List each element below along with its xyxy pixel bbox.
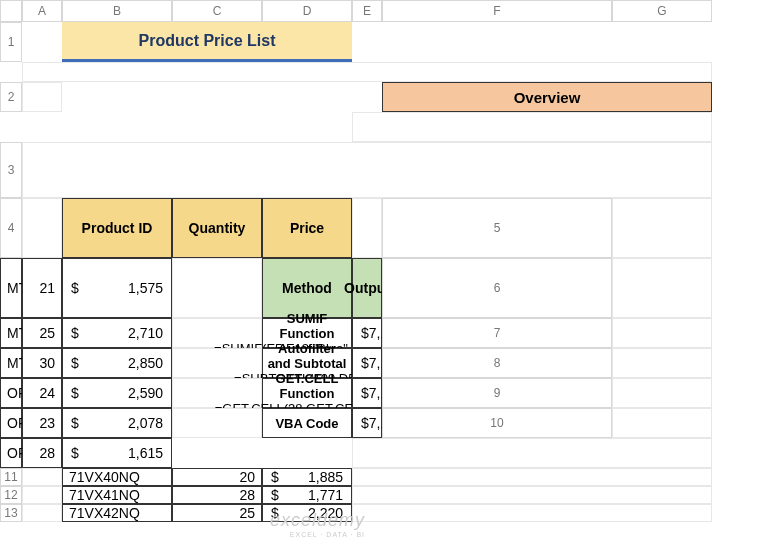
col-header[interactable]: F [382, 0, 612, 22]
row-header[interactable]: 12 [0, 486, 22, 504]
cell[interactable] [22, 142, 712, 198]
product-price[interactable]: $2,220 [262, 504, 352, 522]
row-header[interactable]: 7 [382, 318, 612, 348]
method-name: Autofilter and Subtotal [267, 341, 347, 371]
cell[interactable] [352, 504, 712, 522]
col-header[interactable]: B [62, 0, 172, 22]
row-header[interactable]: 2 [0, 82, 22, 112]
cell[interactable] [352, 112, 712, 142]
price-value: 1,575 [128, 280, 163, 296]
currency-symbol: $ [361, 415, 369, 431]
product-id[interactable]: MTT104GL [0, 348, 22, 378]
col-header[interactable]: D [262, 0, 352, 22]
product-qty[interactable]: 28 [172, 486, 262, 504]
row-header[interactable]: 13 [0, 504, 22, 522]
overview-output[interactable]: $7,135 [352, 408, 382, 438]
row-header[interactable]: 1 [0, 22, 22, 62]
cell[interactable] [612, 348, 712, 378]
row-header[interactable]: 4 [0, 198, 22, 258]
product-price[interactable]: $2,710 [62, 318, 172, 348]
cell[interactable] [612, 258, 712, 318]
row-header[interactable]: 8 [382, 348, 612, 378]
currency-symbol: $ [361, 355, 369, 371]
product-id[interactable]: OP666NPP [0, 438, 22, 468]
price-value: 1,885 [308, 469, 343, 485]
cell[interactable] [612, 318, 712, 348]
col-header[interactable]: C [172, 0, 262, 22]
cell[interactable] [172, 258, 262, 318]
currency-symbol: $ [71, 280, 79, 296]
product-price[interactable]: $1,615 [62, 438, 172, 468]
product-price[interactable]: $1,771 [262, 486, 352, 504]
currency-symbol: $ [271, 469, 279, 485]
overview-method[interactable]: GET.CELL Function=GET.CELL(38,GET.CELL!$… [262, 378, 352, 408]
product-price[interactable]: $1,885 [262, 468, 352, 486]
currency-symbol: $ [361, 385, 369, 401]
cell[interactable] [352, 486, 712, 504]
col-header[interactable]: G [612, 0, 712, 22]
cell[interactable] [172, 408, 262, 438]
product-qty[interactable]: 20 [172, 468, 262, 486]
row-header[interactable]: 10 [382, 408, 612, 438]
cell[interactable] [612, 378, 712, 408]
product-id[interactable]: OP522NPP [0, 378, 22, 408]
cell[interactable] [22, 62, 712, 82]
overview-header-method: Method [262, 258, 352, 318]
overview-output[interactable]: $7,135 [352, 318, 382, 348]
price-value: 2,590 [128, 385, 163, 401]
table-header-qty: Quantity [172, 198, 262, 258]
price-value: 2,220 [308, 505, 343, 521]
product-price[interactable]: $2,590 [62, 378, 172, 408]
row-header[interactable]: 9 [382, 378, 612, 408]
product-id[interactable]: 71VX42NQ [62, 504, 172, 522]
product-id[interactable]: 71VX41NQ [62, 486, 172, 504]
spreadsheet-grid: A B C D E F G 1 2 Product Price List 3 4… [0, 0, 767, 522]
row-header[interactable]: 6 [382, 258, 612, 318]
product-id[interactable]: OP551NPP [0, 408, 22, 438]
overview-output[interactable]: $7,135 [352, 378, 382, 408]
cell[interactable] [22, 82, 62, 112]
product-qty[interactable]: 30 [22, 348, 62, 378]
product-id[interactable]: 71VX40NQ [62, 468, 172, 486]
cell[interactable] [22, 468, 62, 486]
product-id[interactable]: MTT102GL [0, 258, 22, 318]
col-header[interactable]: E [352, 0, 382, 22]
cell[interactable] [612, 408, 712, 438]
method-name: SUMIF Function [267, 311, 347, 341]
price-value: 1,615 [128, 445, 163, 461]
row-header[interactable]: 5 [382, 198, 612, 258]
product-qty[interactable]: 28 [22, 438, 62, 468]
method-name: VBA Code [275, 416, 338, 431]
overview-header-output: Output [352, 258, 382, 318]
cell[interactable] [22, 486, 62, 504]
product-qty[interactable]: 25 [22, 318, 62, 348]
row-header[interactable]: 11 [0, 468, 22, 486]
product-price[interactable]: $2,078 [62, 408, 172, 438]
overview-output[interactable]: $7,135 [352, 348, 382, 378]
currency-symbol: $ [271, 505, 279, 521]
currency-symbol: $ [71, 415, 79, 431]
row-header[interactable]: 3 [0, 142, 22, 198]
overview-method[interactable]: VBA Code [262, 408, 352, 438]
price-value: 2,850 [128, 355, 163, 371]
watermark-sub: EXCEL · DATA · BI [270, 531, 365, 538]
cell[interactable] [22, 198, 62, 258]
cell[interactable] [352, 438, 712, 468]
cell[interactable] [352, 198, 382, 258]
col-header[interactable]: A [22, 0, 62, 22]
product-qty[interactable]: 21 [22, 258, 62, 318]
product-qty[interactable]: 24 [22, 378, 62, 408]
cell[interactable] [352, 468, 712, 486]
product-qty[interactable]: 23 [22, 408, 62, 438]
corner-cell[interactable] [0, 0, 22, 22]
price-value: 2,078 [128, 415, 163, 431]
cell[interactable] [612, 198, 712, 258]
cell[interactable] [22, 504, 62, 522]
currency-symbol: $ [71, 325, 79, 341]
product-qty[interactable]: 25 [172, 504, 262, 522]
product-id[interactable]: MTT103GL [0, 318, 22, 348]
product-price[interactable]: $1,575 [62, 258, 172, 318]
price-value: 2,710 [128, 325, 163, 341]
product-price[interactable]: $2,850 [62, 348, 172, 378]
table-header-id: Product ID [62, 198, 172, 258]
